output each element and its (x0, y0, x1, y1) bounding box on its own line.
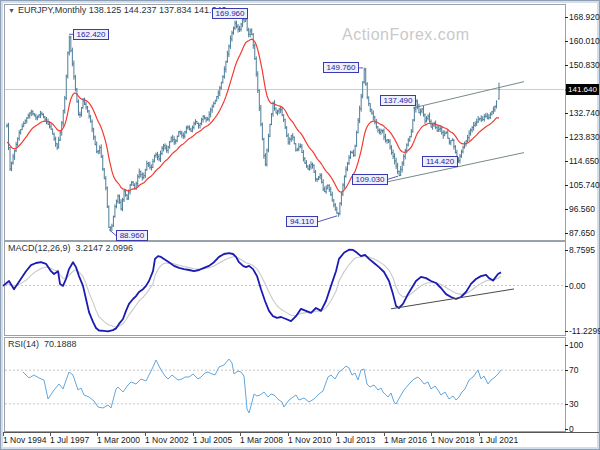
macd-panel[interactable] (4, 241, 565, 335)
price-flag[interactable]: 114.420 (422, 156, 458, 167)
price-axis-label: 70 (569, 365, 578, 375)
time-axis-label: 1 Mar 2000 (97, 435, 140, 445)
ohlc-values: 138.125 144.237 137.834 141.640 (89, 5, 227, 15)
collapse-icon[interactable]: ▼ (8, 7, 15, 14)
price-axis-label: 123.830 (569, 132, 600, 142)
rsi-title: RSI(14)70.1888 (8, 339, 77, 349)
price-axis-label: 132.740 (569, 108, 600, 118)
time-axis-label: 1 Mar 2008 (240, 435, 283, 445)
price-flag[interactable]: 94.110 (286, 216, 318, 227)
price-flag[interactable]: 169.960 (212, 8, 248, 19)
current-price-badge: 141.640 (566, 84, 599, 95)
price-axis-label: 160.010 (569, 36, 600, 46)
macd-values: 3.2147 2.0996 (76, 243, 134, 253)
price-flag[interactable]: 109.030 (352, 174, 388, 185)
price-axis-label: 105.740 (569, 180, 600, 190)
price-axis-label: -11.2299 (569, 326, 600, 336)
chart-title: ▼EURJPY,Monthly 138.125 144.237 137.834 … (8, 5, 226, 15)
time-axis-label: 1 Jul 2005 (193, 435, 232, 445)
watermark: ActionForex.com (342, 26, 470, 44)
price-axis-label: 0 (569, 424, 574, 434)
rsi-indicator-label: RSI(14) (8, 339, 39, 349)
price-axis-label: 30 (569, 399, 578, 409)
price-axis-label: 114.650 (569, 156, 599, 166)
macd-title: MACD(12,26,9)3.2147 2.0996 (8, 243, 133, 253)
time-axis-label: 1 Mar 2016 (384, 435, 427, 445)
price-flag[interactable]: 149.760 (323, 62, 359, 73)
time-axis-label: 1 Nov 1994 (3, 435, 46, 445)
time-axis-label: 1 Jul 1997 (50, 435, 89, 445)
time-axis-label: 1 Nov 2002 (145, 435, 188, 445)
price-axis-label: 168.920 (569, 12, 600, 22)
price-axis-label: 8.7595 (569, 245, 595, 255)
price-axis-label: 0.00 (569, 281, 586, 291)
time-axis-label: 1 Nov 2018 (431, 435, 474, 445)
price-axis-label: 150.830 (569, 60, 600, 70)
chart-window: ActionForex.com ▼EURJPY,Monthly 138.125 … (0, 0, 600, 450)
time-axis-label: 1 Jul 2013 (336, 435, 375, 445)
price-axis-label: 96.560 (569, 204, 595, 214)
symbol-timeframe-label: EURJPY,Monthly (18, 5, 86, 15)
price-flag[interactable]: 137.490 (380, 95, 416, 106)
rsi-panel[interactable] (4, 337, 565, 431)
macd-indicator-label: MACD(12,26,9) (8, 243, 71, 253)
price-axis-label: 87.650 (569, 228, 595, 238)
rsi-value: 70.1888 (44, 339, 77, 349)
price-flag[interactable]: 88.960 (116, 230, 148, 241)
time-axis-label: 1 Nov 2010 (288, 435, 331, 445)
time-axis-label: 1 Jul 2021 (479, 435, 518, 445)
price-axis-label: 100 (569, 340, 583, 350)
price-flag[interactable]: 162.420 (73, 29, 109, 40)
